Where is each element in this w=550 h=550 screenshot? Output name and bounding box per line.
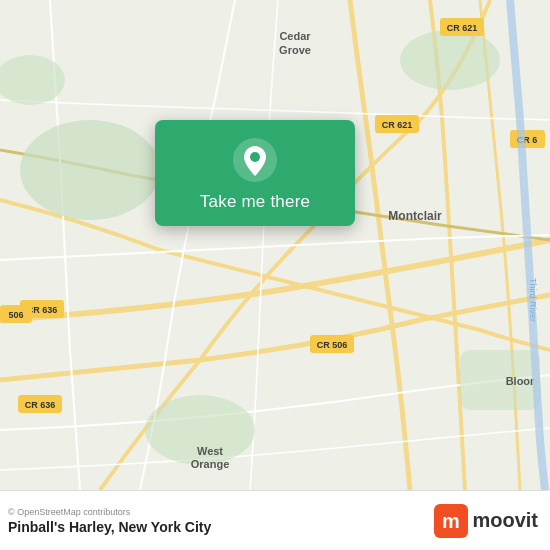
svg-text:West: West <box>197 445 223 457</box>
bottom-bar: © OpenStreetMap contributors Pinball's H… <box>0 490 550 550</box>
moovit-logo: m moovit <box>434 504 538 538</box>
svg-text:Orange: Orange <box>191 458 230 470</box>
svg-text:Montclair: Montclair <box>388 209 442 223</box>
svg-point-2 <box>400 30 500 90</box>
svg-text:CR 506: CR 506 <box>317 340 348 350</box>
map-background: CR 621 CR 621 CR 6 CR 636 CR 636 CR 506 … <box>0 0 550 490</box>
svg-text:Cedar: Cedar <box>279 30 311 42</box>
svg-text:m: m <box>443 510 461 532</box>
svg-text:Bloor: Bloor <box>506 375 535 387</box>
svg-text:CR 636: CR 636 <box>25 400 56 410</box>
svg-point-28 <box>250 152 260 162</box>
moovit-brand-text: moovit <box>472 509 538 532</box>
attribution-text: © OpenStreetMap contributors <box>8 507 211 517</box>
svg-text:CR 621: CR 621 <box>382 120 413 130</box>
map-container: CR 621 CR 621 CR 6 CR 636 CR 636 CR 506 … <box>0 0 550 490</box>
navigation-card[interactable]: Take me there <box>155 120 355 226</box>
svg-point-1 <box>20 120 160 220</box>
bottom-left-info: © OpenStreetMap contributors Pinball's H… <box>8 507 211 535</box>
moovit-icon: m <box>434 504 468 538</box>
svg-text:Grove: Grove <box>279 44 311 56</box>
location-pin-icon <box>233 138 277 182</box>
take-me-there-button[interactable]: Take me there <box>200 192 310 212</box>
svg-text:Third River: Third River <box>528 278 538 322</box>
svg-text:506: 506 <box>8 310 23 320</box>
svg-text:CR 621: CR 621 <box>447 23 478 33</box>
place-name-label: Pinball's Harley, New York City <box>8 519 211 535</box>
